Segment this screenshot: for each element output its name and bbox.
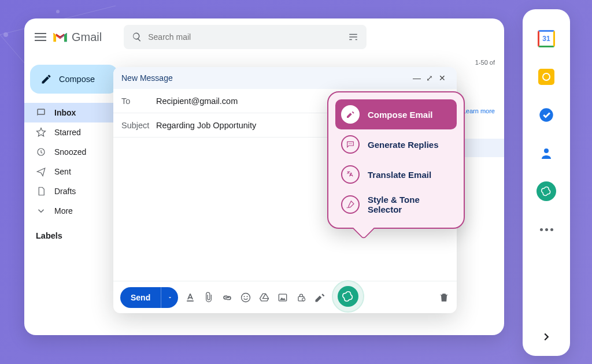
menu-icon[interactable] [35,31,46,43]
ai-assistant-menu: Compose Email Generate Replies Translate… [327,91,465,229]
keep-app-icon[interactable] [536,67,556,87]
chat-icon [341,135,360,154]
pager-text: 1-50 of [475,59,495,66]
compose-button[interactable]: Compose [30,65,118,94]
gmail-icon [52,31,68,43]
tune-icon[interactable] [348,32,358,42]
calendar-app-icon[interactable]: 31 [536,29,556,49]
chatgpt-side-icon[interactable] [536,181,556,201]
svg-point-15 [350,143,350,144]
svg-point-8 [242,293,250,302]
svg-point-18 [544,148,549,153]
ai-menu-style-tone[interactable]: Style & Tone Selector [335,190,457,220]
contacts-app-icon[interactable] [536,143,556,163]
sidebar-item-sent[interactable]: Sent [24,162,124,181]
link-icon[interactable] [221,291,234,304]
compose-toolbar: Send [113,281,457,313]
learn-more-link[interactable]: Learn more [462,107,495,114]
discard-draft-icon[interactable] [438,291,450,304]
image-icon[interactable] [276,291,289,304]
svg-point-9 [244,296,245,297]
to-value: Recipient@gmail.com [156,96,238,106]
chevron-down-icon [36,206,46,216]
search-bar[interactable] [124,25,367,49]
svg-point-17 [539,108,553,121]
app-title: Gmail [72,31,102,44]
search-input[interactable] [148,32,342,42]
sent-icon [36,166,46,177]
clock-icon [36,147,46,157]
subject-label: Subject [121,121,156,130]
subject-value: Regarding Job Opportunity [156,121,256,130]
format-text-icon[interactable] [184,291,197,304]
confidential-icon[interactable] [295,291,308,304]
attach-icon[interactable] [202,291,215,304]
labels-header: Labels [24,221,124,240]
side-panel: 31 [523,9,570,356]
tasks-app-icon[interactable] [536,105,556,125]
to-label: To [121,96,156,106]
compose-label: Compose [59,75,95,84]
compose-title: New Message [121,73,410,83]
sidebar-item-inbox[interactable]: Inbox [24,103,124,122]
send-options-button[interactable] [161,287,178,308]
ai-menu-generate-replies[interactable]: Generate Replies [335,129,457,159]
signature-icon[interactable] [313,291,326,304]
chevron-right-icon [540,330,553,343]
sidebar-item-snoozed[interactable]: Snoozed [24,142,124,162]
draft-icon [36,186,46,196]
svg-point-4 [3,32,8,37]
expand-icon[interactable]: ⤢ [423,73,436,83]
ai-assistant-button[interactable] [332,280,364,313]
more-apps-icon[interactable] [536,220,556,239]
inbox-icon [36,107,46,118]
svg-point-16 [351,143,352,144]
translate-icon [341,165,360,184]
svg-point-5 [56,10,60,13]
ai-menu-translate-email[interactable]: Translate Email [335,159,457,190]
sidebar: Compose Inbox Starred Snoozed Sent Draft… [24,55,124,335]
sidebar-item-starred[interactable]: Starred [24,122,124,142]
search-icon [132,32,142,42]
sidebar-item-more[interactable]: More [24,201,124,221]
chatgpt-icon [338,286,358,307]
style-icon [341,195,360,214]
svg-point-14 [349,143,349,144]
svg-point-13 [302,298,305,300]
star-icon [36,127,46,138]
ai-menu-compose-email[interactable]: Compose Email [335,99,457,129]
caret-down-icon [167,295,173,300]
compose-icon [341,105,360,124]
pencil-icon [40,73,52,85]
send-button[interactable]: Send [120,287,161,308]
emoji-icon[interactable] [239,291,252,304]
collapse-panel-icon[interactable] [536,327,556,347]
minimize-icon[interactable]: — [410,73,423,83]
svg-point-10 [247,296,248,297]
gmail-logo[interactable]: Gmail [52,31,102,44]
drive-icon[interactable] [258,291,271,304]
compose-header: New Message — ⤢ ✕ [113,67,457,89]
sidebar-item-drafts[interactable]: Drafts [24,181,124,201]
gmail-header: Gmail [24,18,504,55]
close-icon[interactable]: ✕ [436,73,449,83]
